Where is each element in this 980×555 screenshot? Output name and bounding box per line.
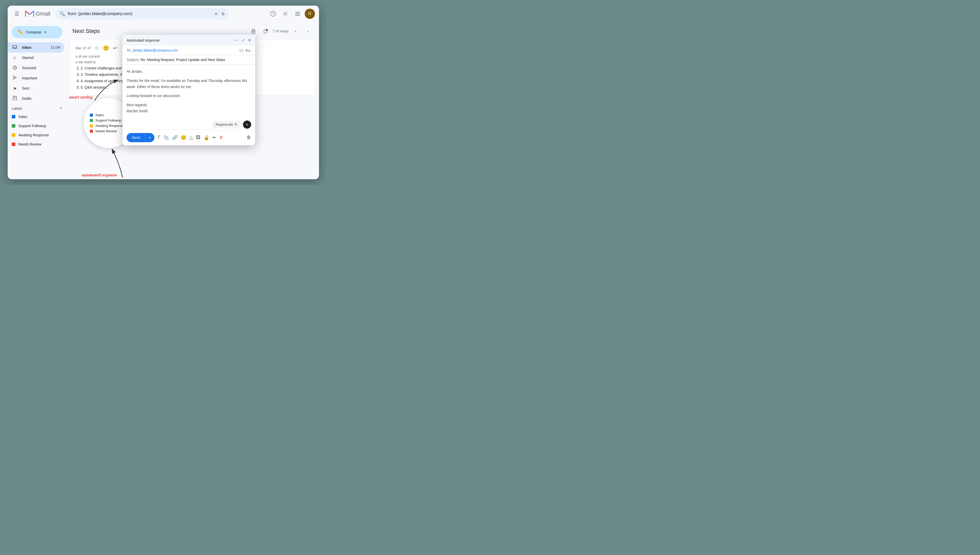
- svg-point-8: [299, 13, 299, 14]
- search-input[interactable]: [67, 11, 212, 16]
- svg-point-7: [297, 13, 298, 14]
- reply-button[interactable]: ↩: [112, 45, 118, 51]
- open-in-new-icon[interactable]: [261, 26, 271, 36]
- help-button[interactable]: ?: [268, 9, 278, 19]
- main-layout: ✏️ Compose ▾ Inbox 12,156 ☆ Starred Snoo…: [8, 22, 319, 179]
- email-area: Next Steps 7 of many ‹ › Mar, 07.47: [66, 22, 319, 179]
- bcc-button[interactable]: Bcc: [245, 48, 251, 52]
- next-email-button[interactable]: ›: [303, 26, 313, 36]
- attach-icon[interactable]: 📎: [163, 135, 169, 140]
- gmail-m-logo: [25, 10, 34, 17]
- sales-label: Sales: [18, 115, 27, 119]
- filter-icon[interactable]: ⚙: [221, 11, 225, 16]
- support-label: Support Followup: [18, 124, 46, 128]
- minimize-button[interactable]: —: [234, 38, 239, 43]
- cc-button[interactable]: Cc: [239, 48, 243, 52]
- search-icon: 🔍: [59, 11, 65, 17]
- to-label: To:: [127, 48, 131, 52]
- awaiting-label: Awaiting Response: [18, 133, 49, 137]
- cc-bcc-buttons: Cc Bcc: [239, 48, 251, 52]
- drive-icon[interactable]: △: [189, 135, 193, 140]
- emoji-icon[interactable]: 🙂: [181, 135, 186, 140]
- compose-arrow-icon: ▾: [45, 30, 46, 34]
- svg-text:?: ?: [272, 12, 274, 16]
- compose-button[interactable]: ✏️ Compose ▾: [12, 26, 62, 38]
- body-line1: Hi Jordan,: [127, 69, 251, 75]
- clear-search-icon[interactable]: ✕: [215, 11, 218, 16]
- email-header-right: 7 of many ‹ ›: [248, 26, 313, 36]
- circle-label-sales: Sales: [90, 113, 128, 117]
- apps-button[interactable]: [293, 9, 303, 19]
- body-line2: Thanks for the email. I'm available on T…: [127, 78, 251, 90]
- ai-write-icon[interactable]: ✗: [219, 135, 223, 140]
- regenerate-button[interactable]: Regenerate ↻: [212, 121, 241, 128]
- signature-icon[interactable]: ✒: [212, 135, 216, 140]
- send-dropdown-icon[interactable]: ▾: [145, 133, 154, 142]
- label-support[interactable]: Support Followup: [12, 121, 62, 130]
- email-subject: Next Steps: [72, 28, 100, 34]
- star-email-button[interactable]: ☆: [93, 45, 100, 51]
- compose-controls: — ⤢ ✕: [234, 38, 251, 43]
- body-line5: Rachel Smith: [127, 108, 251, 114]
- send-button[interactable]: Send ▾: [127, 133, 154, 142]
- pencil-icon: ✏️: [18, 29, 24, 35]
- regenerate-row: Regenerate ↻ n: [123, 119, 255, 130]
- compose-modal: Automated response — ⤢ ✕ To: jordan.blak…: [123, 35, 255, 145]
- sidebar: ✏️ Compose ▾ Inbox 12,156 ☆ Starred Snoo…: [8, 22, 66, 179]
- expand-button[interactable]: ⤢: [242, 38, 245, 43]
- emoji-reaction-button[interactable]: 🙂: [102, 45, 109, 51]
- sidebar-item-inbox[interactable]: Inbox 12,156: [8, 42, 64, 53]
- important-label: Important: [22, 76, 60, 80]
- pagination-info: 7 of many: [273, 29, 288, 33]
- sidebar-item-snoozed[interactable]: Snoozed: [8, 63, 64, 73]
- prev-email-button[interactable]: ‹: [290, 26, 301, 36]
- svg-point-3: [296, 12, 296, 13]
- lock-icon[interactable]: 🔒: [203, 135, 209, 140]
- svg-rect-17: [252, 29, 255, 30]
- delete-draft-icon[interactable]: 🗑: [247, 135, 251, 140]
- format-text-icon[interactable]: T: [157, 135, 160, 140]
- label-awaiting[interactable]: Awaiting Response: [12, 130, 62, 140]
- add-label-icon[interactable]: +: [59, 106, 62, 111]
- user-avatar[interactable]: R: [305, 9, 315, 19]
- sidebar-item-sent[interactable]: ➤ Sent: [8, 83, 64, 93]
- starred-icon: ☆: [12, 55, 18, 61]
- gmail-logo: Gmail: [25, 10, 50, 17]
- compose-footer: Send ▾ T 📎 🔗 🙂 △ 🖼 🔒 ✒ ✗ 🗑: [123, 130, 255, 145]
- svg-point-6: [296, 13, 296, 14]
- circle-awaiting-text: Awaiting Response: [96, 124, 124, 128]
- circle-label-awaiting: Awaiting Response: [90, 124, 128, 128]
- ai-avatar: n: [243, 120, 251, 129]
- label-review[interactable]: Needs Review: [12, 140, 62, 149]
- help-icon: ?: [270, 11, 276, 17]
- hamburger-menu[interactable]: ☰: [12, 9, 22, 19]
- circle-review-text: Needs Review: [96, 129, 117, 133]
- automated-response-text: automated response: [82, 173, 117, 178]
- drafts-icon: [12, 96, 18, 102]
- settings-button[interactable]: [280, 9, 290, 19]
- settings-icon: [282, 11, 288, 17]
- compose-subject-field[interactable]: Subject: Re: Meeting Request: Project Up…: [123, 55, 255, 64]
- circle-awaiting-dot: [90, 124, 93, 127]
- top-right-icons: ? R: [268, 9, 315, 19]
- link-icon[interactable]: 🔗: [172, 135, 178, 140]
- sidebar-item-drafts[interactable]: Drafts: [8, 93, 64, 104]
- sidebar-item-starred[interactable]: ☆ Starred: [8, 53, 64, 63]
- inbox-label: Inbox: [22, 45, 47, 50]
- svg-marker-14: [13, 76, 16, 79]
- compose-body[interactable]: Hi Jordan, Thanks for the email. I'm ava…: [123, 64, 255, 119]
- image-icon[interactable]: 🖼: [196, 135, 200, 140]
- label-sales[interactable]: Sales: [12, 112, 62, 121]
- svg-point-4: [297, 12, 298, 13]
- support-dot: [12, 124, 15, 128]
- circle-support-text: Support Followup: [96, 119, 121, 122]
- svg-rect-15: [13, 96, 17, 100]
- review-label: Needs Review: [18, 142, 42, 146]
- sidebar-item-important[interactable]: Important: [8, 73, 64, 83]
- top-bar: ☰ Gmail 🔍 ✕ ⚙ ?: [8, 6, 319, 22]
- search-bar[interactable]: 🔍 ✕ ⚙: [55, 8, 229, 19]
- svg-point-10: [297, 15, 298, 16]
- compose-title: Automated response: [127, 38, 160, 42]
- close-compose-button[interactable]: ✕: [248, 38, 251, 43]
- compose-to-field[interactable]: To: jordan.blake@company.com Cc Bcc: [123, 46, 255, 55]
